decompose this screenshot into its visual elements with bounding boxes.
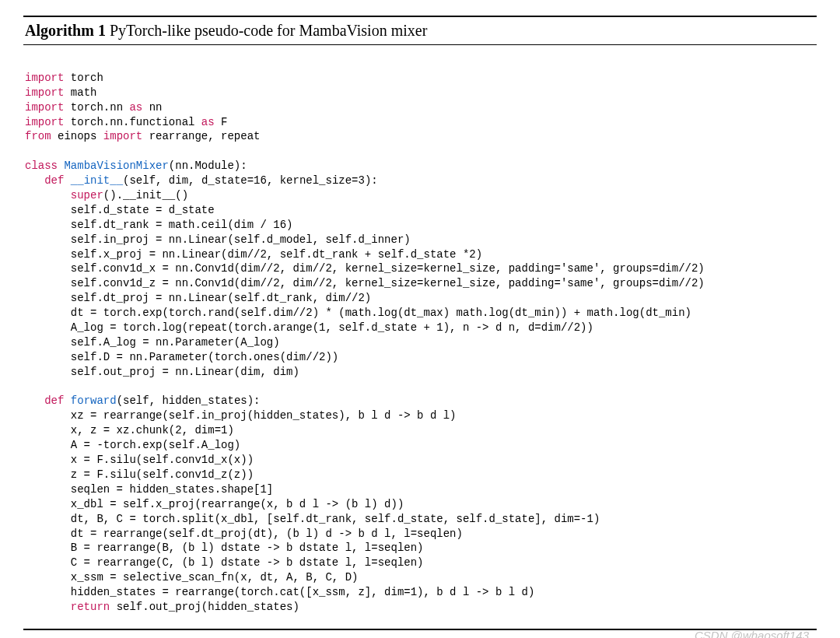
watermark-label: CSDN @whaosoft143: [23, 629, 817, 638]
algorithm-caption: PyTorch-like pseudo-code for MambaVision…: [106, 22, 427, 39]
algorithm-title-bar: Algorithm 1 PyTorch-like pseudo-code for…: [23, 17, 817, 45]
algorithm-container: Algorithm 1 PyTorch-like pseudo-code for…: [23, 16, 817, 630]
code-block: import torch import math import torch.nn…: [23, 45, 817, 629]
algorithm-label: Algorithm 1: [25, 22, 106, 39]
